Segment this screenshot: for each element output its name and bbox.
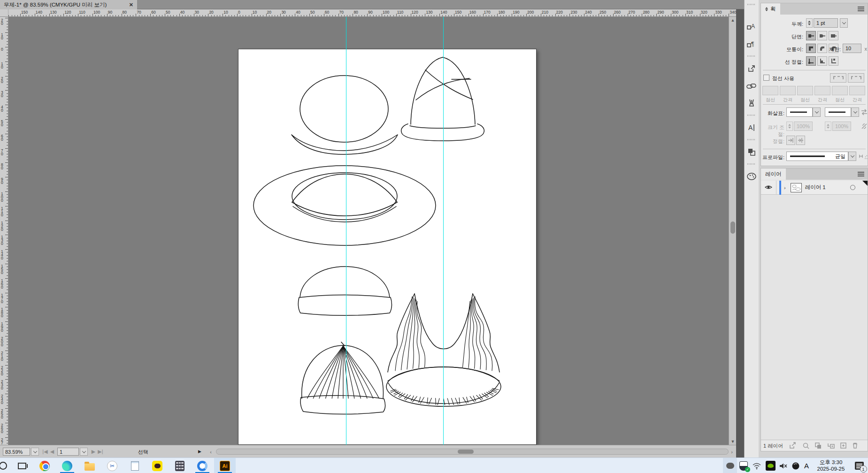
scroll-down-icon[interactable]: ▼ bbox=[729, 438, 737, 445]
visibility-eye-icon[interactable] bbox=[765, 183, 772, 192]
arrowhead-start-dropdown-icon[interactable] bbox=[813, 107, 821, 117]
swap-arrowheads-icon[interactable] bbox=[860, 109, 868, 117]
brushes-icon[interactable] bbox=[746, 98, 757, 109]
dash-align-button[interactable] bbox=[848, 73, 864, 83]
task-view-button[interactable] bbox=[11, 458, 33, 473]
expand-chevron-icon[interactable]: › bbox=[784, 185, 786, 191]
arrowhead-end-dropdown-icon[interactable] bbox=[851, 107, 859, 117]
tray-app-icon[interactable] bbox=[790, 458, 802, 473]
ruler-corner[interactable] bbox=[0, 9, 8, 17]
hat-beanie-band[interactable] bbox=[298, 295, 392, 316]
hat-cloche-seam[interactable] bbox=[416, 78, 469, 100]
vertical-scroll-thumb[interactable] bbox=[730, 221, 735, 234]
new-layer-icon[interactable] bbox=[840, 442, 847, 450]
panel-menu-icon[interactable] bbox=[858, 7, 864, 11]
taskbar-clock[interactable]: 오후 3:30 2025-09-25 bbox=[811, 459, 851, 472]
wifi-icon[interactable] bbox=[750, 458, 763, 473]
horizontal-ruler[interactable]: 1501401301201101009080706050403020100102… bbox=[8, 9, 736, 17]
drag-handle[interactable] bbox=[747, 4, 756, 5]
snipping-tool-icon[interactable]: ✂ bbox=[101, 458, 123, 473]
cap-round-button[interactable] bbox=[817, 31, 827, 40]
gap-field[interactable] bbox=[814, 86, 830, 95]
hat-bowler-crown[interactable] bbox=[300, 76, 388, 142]
vertical-scrollbar[interactable]: ▲ ▼ bbox=[729, 17, 736, 445]
ime-language-indicator[interactable]: A bbox=[801, 458, 812, 473]
locate-object-icon[interactable] bbox=[802, 442, 810, 450]
close-icon[interactable]: ✕ bbox=[129, 2, 133, 8]
status-popup-icon[interactable]: ▶ bbox=[198, 449, 201, 454]
hat-sun-crown[interactable] bbox=[292, 202, 397, 216]
scroll-right-icon[interactable]: › bbox=[729, 448, 735, 456]
layer-name[interactable]: 레이어 1 bbox=[805, 184, 826, 191]
notepad-icon[interactable] bbox=[124, 458, 146, 473]
drag-handle[interactable] bbox=[747, 114, 756, 116]
weight-stepper[interactable] bbox=[806, 18, 813, 28]
collect-export-icon[interactable] bbox=[789, 442, 797, 450]
horizontal-scrollbar[interactable] bbox=[216, 449, 729, 455]
profile-select[interactable]: 균일 bbox=[786, 152, 848, 161]
weight-field[interactable]: 1 pt bbox=[814, 18, 838, 28]
first-page-icon[interactable]: |◀ bbox=[41, 448, 49, 456]
tray-chat-icon[interactable] bbox=[723, 458, 737, 473]
scale-end-field[interactable]: 100% bbox=[832, 122, 851, 131]
make-mask-icon[interactable] bbox=[814, 442, 822, 450]
layer-target-icon[interactable] bbox=[850, 185, 855, 190]
kakaotalk-icon[interactable] bbox=[146, 458, 168, 473]
arrowhead-start-select[interactable] bbox=[786, 107, 813, 117]
edge-icon[interactable] bbox=[56, 458, 78, 473]
symbols-icon[interactable] bbox=[746, 146, 757, 158]
hat-cloche-seam[interactable] bbox=[425, 70, 473, 99]
flip-across-icon[interactable] bbox=[864, 153, 868, 161]
zoom-dropdown-icon[interactable] bbox=[31, 448, 39, 456]
scale-start-field[interactable]: 100% bbox=[794, 122, 813, 131]
weight-dropdown-icon[interactable] bbox=[840, 18, 848, 28]
delete-layer-icon[interactable] bbox=[852, 442, 859, 450]
vertical-ruler[interactable]: 2 01 001 02 03 04 05 06 07 08 09 01 0 01… bbox=[0, 17, 8, 445]
new-sublayer-icon[interactable] bbox=[827, 442, 835, 450]
hat-sun-crown[interactable] bbox=[292, 174, 397, 202]
horizontal-scroll-thumb[interactable] bbox=[458, 450, 474, 454]
hat-sun-brim-inner[interactable] bbox=[292, 173, 397, 220]
hat-bowler-brim[interactable] bbox=[292, 135, 398, 154]
dash-field[interactable] bbox=[762, 86, 778, 95]
miter-limit-field[interactable]: 10 bbox=[843, 44, 861, 53]
zoom-level-field[interactable]: 83.59% bbox=[3, 448, 30, 456]
dash-preserve-button[interactable] bbox=[830, 73, 846, 83]
character-styles-icon[interactable]: A bbox=[746, 21, 757, 32]
calculator-icon[interactable] bbox=[169, 458, 191, 473]
guide-line[interactable] bbox=[443, 17, 444, 445]
hat-fur-strands[interactable] bbox=[395, 297, 492, 371]
hat-cloche-band[interactable] bbox=[410, 126, 476, 128]
link-scale-icon[interactable] bbox=[860, 122, 868, 132]
hat-sun-brim[interactable] bbox=[253, 166, 436, 245]
security-shield-icon[interactable] bbox=[737, 458, 750, 473]
arrowhead-end-select[interactable] bbox=[825, 107, 851, 117]
guide-line[interactable] bbox=[346, 17, 346, 445]
layer-thumbnail[interactable] bbox=[791, 183, 802, 192]
join-miter-button[interactable] bbox=[806, 44, 816, 53]
cap-butt-button[interactable] bbox=[806, 31, 816, 40]
paragraph-styles-icon[interactable]: ¶ bbox=[746, 38, 757, 50]
last-page-icon[interactable]: ▶| bbox=[97, 448, 104, 456]
color-panel-icon[interactable] bbox=[746, 171, 757, 182]
drag-handle[interactable] bbox=[747, 163, 756, 165]
gap-field[interactable] bbox=[849, 86, 865, 95]
scroll-up-icon[interactable]: ▲ bbox=[729, 17, 737, 23]
align-inside-button[interactable] bbox=[817, 56, 827, 66]
tab-stroke[interactable]: 획 bbox=[761, 3, 780, 15]
scroll-left-icon[interactable]: ‹ bbox=[207, 448, 214, 456]
drag-handle[interactable] bbox=[747, 55, 756, 57]
scale-end-stepper[interactable] bbox=[825, 122, 831, 131]
illustrator-icon[interactable]: Ai bbox=[214, 458, 236, 473]
page-number-field[interactable]: 1 bbox=[57, 448, 79, 456]
gap-field[interactable] bbox=[780, 86, 796, 95]
hat-fur-base-top[interactable] bbox=[388, 367, 499, 381]
layer-row[interactable]: › 레이어 1 bbox=[761, 181, 868, 195]
hat-knit-ribs[interactable] bbox=[307, 346, 379, 398]
start-button[interactable] bbox=[0, 458, 11, 473]
dashed-line-checkbox[interactable] bbox=[763, 75, 769, 81]
align-center-button[interactable] bbox=[806, 56, 816, 66]
hat-fur-ucurve[interactable] bbox=[415, 294, 473, 349]
drag-handle[interactable] bbox=[747, 139, 756, 140]
panel-menu-icon[interactable] bbox=[858, 172, 864, 176]
